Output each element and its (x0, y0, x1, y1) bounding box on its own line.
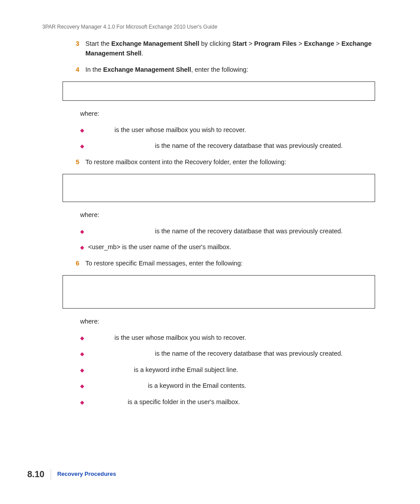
text-bold: Exchange Management Shell (103, 66, 191, 73)
text: is the user whose mailbox you wish to re… (113, 126, 246, 133)
code-box (63, 174, 375, 202)
text: Start the (85, 40, 111, 47)
text: > (247, 40, 254, 47)
step-body: In the Exchange Management Shell, enter … (85, 65, 383, 74)
bullet-text: is the name of the recovery datatbase th… (88, 226, 383, 236)
page-content: 3 Start the Exchange Management Shell by… (66, 39, 383, 413)
text-bold: Start (232, 40, 247, 47)
text: In the (85, 66, 103, 73)
code-box (63, 81, 375, 101)
bullet-text: is a specific folder in the user's mailb… (88, 397, 383, 407)
diamond-icon: ◆ (80, 365, 88, 375)
step-4: 4 In the Exchange Management Shell, ente… (66, 65, 383, 74)
step-body: To restore specific Email messages, ente… (85, 258, 383, 268)
bullet-text: is the name of the recovery datatbase th… (88, 141, 383, 151)
text: , enter the following: (191, 66, 248, 73)
text: . (141, 50, 143, 57)
text-bold: Exchange (304, 40, 334, 47)
bullet-item: ◆ <user_mb> is the user name of the user… (80, 242, 383, 252)
text: is a specific folder in the user's mailb… (126, 398, 240, 405)
step-6: 6 To restore specific Email messages, en… (66, 258, 383, 268)
step-3: 3 Start the Exchange Management Shell by… (66, 39, 383, 59)
chapter-title: Recovery Procedures (57, 470, 116, 478)
bullet-item: ◆ is a keyword inthe Email subject line. (80, 365, 383, 375)
text: is a keyword in the Email contents. (146, 382, 246, 389)
bullet-item: ◆ is a specific folder in the user's mai… (80, 397, 383, 407)
bullet-text: is the user whose mailbox you wish to re… (88, 333, 383, 342)
where-label: where: (80, 109, 383, 118)
diamond-icon: ◆ (80, 381, 88, 390)
text: is the user whose mailbox you wish to re… (113, 334, 246, 341)
bullet-item: ◆ is a keyword in the Email contents. (80, 381, 383, 390)
where-label: where: (80, 316, 383, 326)
running-header: 3PAR Recovery Manager 4.1.0 For Microsof… (42, 23, 217, 31)
step-5: 5 To restore mailbox content into the Re… (66, 157, 383, 167)
bullet-item: ◆ is the name of the recovery datatbase … (80, 226, 383, 236)
text-bold: Program Files (254, 40, 297, 47)
text: is the name of the recovery datatbase th… (153, 142, 343, 149)
text: is the name of the recovery datatbase th… (153, 228, 343, 235)
step-number: 6 (66, 258, 85, 268)
bullet-list: ◆ is the user whose mailbox you wish to … (80, 333, 383, 407)
step-number: 4 (66, 65, 85, 74)
code-box (63, 275, 375, 309)
diamond-icon: ◆ (80, 242, 88, 252)
text: > (334, 40, 342, 47)
where-label: where: (80, 210, 383, 220)
text: by clicking (199, 40, 232, 47)
diamond-icon: ◆ (80, 141, 88, 151)
diamond-icon: ◆ (80, 397, 88, 407)
text: is a keyword inthe Email subject line. (132, 366, 238, 373)
diamond-icon: ◆ (80, 333, 88, 342)
diamond-icon: ◆ (80, 125, 88, 135)
diamond-icon: ◆ (80, 226, 88, 236)
bullet-text: is a keyword inthe Email subject line. (88, 365, 383, 375)
bullet-text: is a keyword in the Email contents. (88, 381, 383, 390)
bullet-item: ◆ is the user whose mailbox you wish to … (80, 333, 383, 342)
text: > (297, 40, 304, 47)
text: is the name of the recovery datatbase th… (153, 350, 343, 357)
step-body: To restore mailbox content into the Reco… (85, 157, 383, 167)
step-number: 5 (66, 157, 85, 167)
step-number: 3 (66, 39, 85, 59)
diamond-icon: ◆ (80, 349, 88, 358)
bullet-item: ◆ is the user whose mailbox you wish to … (80, 125, 383, 135)
bullet-list: ◆ is the user whose mailbox you wish to … (80, 125, 383, 151)
bullet-text: is the user whose mailbox you wish to re… (88, 125, 383, 135)
bullet-item: ◆ is the name of the recovery datatbase … (80, 349, 383, 358)
text-bold: Exchange Management Shell (111, 40, 199, 47)
page-footer: 8.10 Recovery Procedures (27, 467, 116, 481)
bullet-text: is the name of the recovery datatbase th… (88, 349, 383, 358)
bullet-list: ◆ is the name of the recovery datatbase … (80, 226, 383, 252)
page-number: 8.10 (27, 467, 51, 481)
bullet-text: <user_mb> is the user name of the user's… (88, 242, 383, 252)
footer-divider (51, 469, 51, 480)
step-body: Start the Exchange Management Shell by c… (85, 39, 383, 59)
bullet-item: ◆ is the name of the recovery datatbase … (80, 141, 383, 151)
